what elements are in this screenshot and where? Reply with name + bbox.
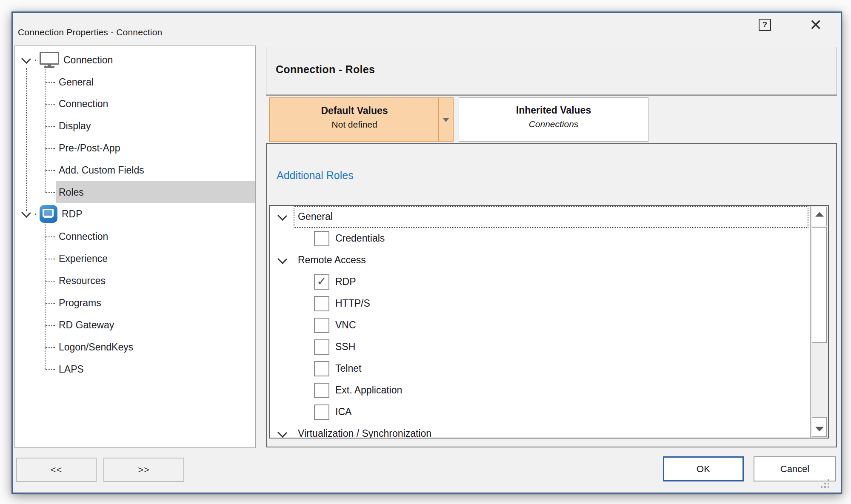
tree-item-general[interactable]: General <box>15 71 255 93</box>
screen: Connection Properties - Connection ? ✕ C… <box>0 0 851 504</box>
tree-connector <box>45 303 55 304</box>
https-checkbox[interactable] <box>314 296 329 311</box>
chevron-down-icon[interactable] <box>21 208 31 218</box>
arrow-up-icon <box>815 212 824 217</box>
tree-item-connection[interactable]: Connection <box>15 93 255 115</box>
help-button[interactable]: ? <box>758 18 771 31</box>
tree-connector <box>45 126 55 127</box>
vnc-checkbox[interactable] <box>314 318 329 333</box>
tree-connector <box>45 236 55 237</box>
cancel-button[interactable]: Cancel <box>754 456 836 481</box>
tab-label: Default Values <box>270 105 439 117</box>
tree-item-label: Logon/SendKeys <box>59 342 133 353</box>
tab-separator <box>438 98 439 141</box>
tree-item-label: Pre-/Post-App <box>59 142 120 154</box>
tree-connector <box>45 148 55 149</box>
connection-properties-dialog: Connection Properties - Connection ? ✕ C… <box>11 11 842 494</box>
tree-connector <box>45 192 55 193</box>
next-page-button[interactable]: >> <box>103 458 184 482</box>
additional-roles-list: General Credentials Remote Access ✓ RDP <box>269 205 829 439</box>
tree-item-laps[interactable]: LAPS <box>15 358 255 380</box>
role-item-label: RDP <box>335 276 356 288</box>
role-item-https[interactable]: HTTP/S <box>270 293 828 314</box>
tree-dot <box>35 60 36 61</box>
tree-item-rdp-connection[interactable]: Connection <box>15 225 255 248</box>
role-group-label: Virtualization / Synchronization <box>298 428 431 438</box>
help-icon: ? <box>759 19 771 31</box>
role-item-ssh[interactable]: SSH <box>270 336 828 358</box>
rdp-checkbox-checked[interactable]: ✓ <box>314 274 329 290</box>
ext-application-checkbox[interactable] <box>314 383 329 398</box>
focus-rectangle <box>294 206 808 228</box>
tree-item-label: Experience <box>59 253 108 265</box>
tree-item-label: Resources <box>59 275 106 287</box>
role-item-label: Telnet <box>335 363 361 374</box>
tree-connector <box>45 325 55 326</box>
role-item-ica[interactable]: ICA <box>270 401 828 423</box>
tree-item-roles-selected[interactable]: Roles <box>15 181 255 203</box>
tree-item-display[interactable]: Display <box>15 115 255 137</box>
tree-connector <box>45 347 55 348</box>
tree-item-rdp-root[interactable]: RDP <box>15 203 255 225</box>
rdp-icon <box>40 205 57 223</box>
close-icon: ✕ <box>809 16 822 34</box>
role-item-label: Credentials <box>335 233 385 244</box>
scroll-up-button[interactable] <box>812 207 827 226</box>
tab-inherited-values[interactable]: Inherited Values Connections <box>459 97 648 142</box>
role-item-label: ICA <box>335 406 351 418</box>
scroll-down-button[interactable] <box>812 417 827 437</box>
role-item-ext-application[interactable]: Ext. Application <box>270 379 828 401</box>
role-group-virtualization-synchronization[interactable]: Virtualization / Synchronization <box>270 423 828 438</box>
role-item-label: Ext. Application <box>335 384 402 396</box>
role-item-telnet[interactable]: Telnet <box>270 358 828 379</box>
role-item-vnc[interactable]: VNC <box>270 314 828 336</box>
tree-item-add-custom-fields[interactable]: Add. Custom Fields <box>15 159 255 181</box>
tree-item-label: Connection <box>59 231 108 242</box>
tree-item-connection-root[interactable]: Connection <box>15 49 255 71</box>
tree-item-label: RD Gateway <box>59 319 114 331</box>
tree-connector <box>45 259 55 259</box>
chevron-down-icon[interactable] <box>277 211 287 221</box>
tree-connector <box>45 82 55 83</box>
tree-item-experience[interactable]: Experience <box>15 248 255 270</box>
tree-item-label: LAPS <box>59 364 84 375</box>
role-item-label: SSH <box>335 341 355 353</box>
tab-sublabel: Not defined <box>270 120 439 130</box>
tree-item-label: RDP <box>62 208 83 220</box>
ica-checkbox[interactable] <box>314 404 329 420</box>
ssh-checkbox[interactable] <box>314 339 329 355</box>
tree-item-logon-sendkeys[interactable]: Logon/SendKeys <box>15 336 255 358</box>
ok-button[interactable]: OK <box>663 456 744 481</box>
tree-dot <box>35 214 36 215</box>
chevron-down-icon[interactable] <box>277 428 287 438</box>
chevron-down-icon[interactable] <box>21 54 31 64</box>
tree-item-label: General <box>59 77 94 88</box>
tab-sublabel: Connections <box>459 119 648 129</box>
role-item-label: VNC <box>335 319 356 331</box>
tree-item-rd-gateway[interactable]: RD Gateway <box>15 314 255 336</box>
dropdown-arrow-icon[interactable] <box>443 118 449 122</box>
chevron-down-icon[interactable] <box>277 254 287 264</box>
role-item-credentials[interactable]: Credentials <box>270 228 828 249</box>
resize-grip[interactable] <box>820 479 831 489</box>
tree-item-resources[interactable]: Resources <box>15 270 255 292</box>
tab-default-values[interactable]: Default Values Not defined <box>269 97 454 142</box>
tree-item-label: Add. Custom Fields <box>59 165 144 176</box>
scrollbar-thumb[interactable] <box>812 227 827 343</box>
role-group-label: General <box>298 211 333 222</box>
tree-item-pre-post-app[interactable]: Pre-/Post-App <box>15 137 255 159</box>
previous-page-button[interactable]: << <box>16 458 97 482</box>
credentials-checkbox[interactable] <box>314 231 329 246</box>
tree-connector <box>45 104 55 105</box>
tree-connector <box>45 170 55 171</box>
telnet-checkbox[interactable] <box>314 361 329 376</box>
tree-item-programs[interactable]: Programs <box>15 292 255 314</box>
vertical-scrollbar[interactable] <box>810 206 828 438</box>
close-button[interactable]: ✕ <box>807 16 825 34</box>
role-group-remote-access[interactable]: Remote Access <box>270 249 828 271</box>
role-group-general[interactable]: General <box>270 206 828 228</box>
tree-item-label: Roles <box>59 187 84 198</box>
page-header: Connection - Roles <box>266 47 837 95</box>
role-item-rdp[interactable]: ✓ RDP <box>270 271 828 293</box>
tab-label: Inherited Values <box>459 105 648 116</box>
